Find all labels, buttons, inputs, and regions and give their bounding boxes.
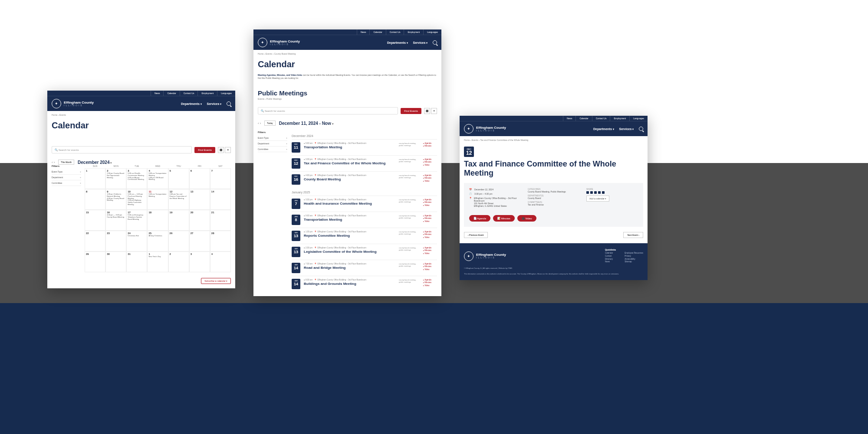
footer-link[interactable]: Employee Resources — [625, 252, 643, 255]
filter-department[interactable]: Department — [52, 175, 81, 180]
event-row[interactable]: JAN8● 9:00 am📍 Effingham County Office B… — [292, 212, 437, 228]
calendar-cell[interactable]: 29 — [85, 251, 105, 272]
calendar-cell[interactable]: 5 — [168, 168, 189, 189]
calendar-cell[interactable]: 22 — [85, 231, 105, 251]
agenda-button[interactable]: 📄 Agenda — [469, 215, 490, 222]
calendar-cell[interactable]: 14 — [210, 189, 231, 210]
facebook-icon[interactable] — [586, 191, 589, 194]
event-link-video[interactable]: Video — [423, 204, 437, 207]
search-input[interactable]: 🔍 Search for events — [258, 107, 398, 114]
event-link-video[interactable]: Video — [423, 252, 437, 255]
nav-news[interactable]: News — [151, 91, 164, 96]
next-month[interactable]: › — [54, 160, 55, 164]
event-link-video[interactable]: Video — [423, 268, 437, 271]
calendar-cell[interactable]: 39:00 am Sheriffs Commission Meeting9:00… — [126, 168, 147, 189]
today-button[interactable]: Today — [264, 121, 275, 126]
list-view-icon[interactable]: ≡ — [225, 147, 231, 153]
event-row[interactable]: JAN14● 8:30 am📍 Effingham County Office … — [292, 276, 437, 292]
calendar-cell[interactable]: 31 — [126, 251, 147, 272]
filter-committee[interactable]: Committee — [258, 147, 287, 152]
event-row[interactable]: DEC11● 9:00 am📍 Effingham County Office … — [292, 139, 437, 155]
prev-page[interactable]: ‹ — [258, 121, 259, 125]
calendar-cell[interactable]: 21 — [210, 210, 231, 231]
nav-departments[interactable]: Departments — [387, 41, 408, 44]
footer-link[interactable]: Accessibility — [625, 258, 643, 261]
event-title[interactable]: Reports Committee Meeting — [304, 234, 395, 238]
event-link-video[interactable]: Video — [423, 236, 437, 239]
footer-link[interactable]: Sitemap — [625, 261, 643, 264]
nav-contact[interactable]: Contact Us — [592, 116, 610, 121]
calendar-cell[interactable]: 6 — [189, 168, 210, 189]
calendar-cell[interactable]: 109:00 am — 5:00 pm Proof and Hearing Me… — [126, 189, 147, 210]
site-logo[interactable]: ✦ Effingham County ILLINOIS — [258, 38, 300, 47]
calendar-cell[interactable]: 49:00 am Transportation Meeting5:30 pm 7… — [147, 168, 168, 189]
twitter-icon[interactable] — [590, 191, 593, 194]
list-view-icon[interactable]: ≡ — [431, 108, 437, 114]
date-range-label[interactable]: December 11, 2024 - Now — [279, 121, 334, 126]
calendar-cell[interactable]: 30 — [105, 251, 126, 272]
event-row[interactable]: JAN14● 7:30 am📍 Effingham County Office … — [292, 260, 437, 276]
site-logo[interactable]: ✦ Effingham County ILLINOIS — [52, 99, 94, 108]
event-title[interactable]: County Board Meeting — [304, 177, 395, 181]
add-to-calendar-button[interactable]: Add to calendar ▾ — [586, 196, 609, 202]
next-page[interactable]: › — [260, 121, 261, 125]
event-title[interactable]: Transportation Meeting — [304, 218, 395, 222]
calendar-cell[interactable]: 24Christmas Eve — [126, 231, 147, 251]
prev-month[interactable]: ‹ — [52, 160, 53, 164]
search-icon[interactable] — [639, 127, 643, 131]
this-month-button[interactable]: This Month — [58, 160, 74, 165]
event-link-minutes[interactable]: Minutes — [423, 145, 437, 147]
event-title[interactable]: Transportation Meeting — [304, 145, 395, 149]
event-row[interactable]: JAN13● 1:30 pm📍 Effingham County Office … — [292, 228, 437, 244]
nav-employment[interactable]: Employment — [197, 91, 217, 96]
nav-services[interactable]: Services — [207, 102, 221, 105]
calendar-cell[interactable]: 119:00 am Transportation Meeting — [147, 189, 168, 210]
event-title[interactable]: Legislative Committee of the Whole Meeti… — [304, 250, 395, 254]
calendar-cell[interactable]: 179:00 am Emergency Telephone System Boa… — [126, 210, 147, 231]
calendar-cell[interactable]: 1New Year's Day — [147, 251, 168, 272]
nav-employment[interactable]: Employment — [404, 29, 423, 35]
nav-news[interactable]: News — [357, 29, 370, 35]
calendar-cell[interactable]: 28 — [210, 231, 231, 251]
find-events-button[interactable]: Find Events — [194, 147, 215, 153]
footer-link[interactable]: Directory — [605, 258, 616, 261]
nav-employment[interactable]: Employment — [610, 116, 629, 121]
site-logo[interactable]: ✦ Effingham County ILLINOIS — [464, 124, 506, 134]
nav-languages[interactable]: Languages — [423, 29, 441, 35]
calendar-cell[interactable]: 20 — [189, 210, 210, 231]
event-row[interactable]: DEC16● 4:00 pm📍 Effingham County Office … — [292, 171, 437, 187]
calendar-cell[interactable]: 15 — [85, 210, 105, 231]
nav-news[interactable]: News — [563, 116, 576, 121]
filter-department[interactable]: Department — [258, 141, 287, 147]
calendar-cell[interactable]: 19 — [168, 210, 189, 231]
search-icon[interactable] — [433, 40, 437, 45]
calendar-cell[interactable]: 26 — [168, 231, 189, 251]
calendar-cell[interactable]: 8 — [85, 189, 105, 210]
grid-view-icon[interactable]: ▦ — [424, 108, 430, 114]
nav-departments[interactable]: Departments — [593, 127, 614, 131]
calendar-cell[interactable]: 27 — [189, 231, 210, 251]
minutes-button[interactable]: 📝 Minutes — [493, 215, 515, 222]
nav-services[interactable]: Services — [619, 127, 634, 131]
calendar-cell[interactable]: 123:30 pm Tax and Finance Committee of t… — [168, 189, 189, 210]
video-button[interactable]: 🎥 Video — [517, 215, 536, 222]
nav-calendar[interactable]: Calendar — [163, 91, 179, 96]
subscribe-button[interactable]: Subscribe to calendar ▾ — [201, 278, 231, 284]
filter-committee[interactable]: Committee — [52, 180, 81, 186]
prev-event-button[interactable]: ‹ Previous Event — [464, 232, 488, 238]
event-link-video[interactable]: Video — [423, 164, 437, 166]
event-link-video[interactable]: Video — [423, 220, 437, 223]
calendar-cell[interactable]: 1 — [85, 168, 105, 189]
calendar-cell[interactable]: 164:00 pm — 9:00 pm County Board Meeting — [105, 210, 126, 231]
search-input[interactable]: 🔍 Search for events — [52, 146, 192, 153]
event-link-video[interactable]: Video — [423, 284, 437, 287]
nav-contact[interactable]: Contact Us — [386, 29, 404, 35]
month-label[interactable]: December 2024 — [78, 160, 112, 165]
email-icon[interactable] — [598, 191, 601, 194]
calendar-cell[interactable]: 91:00 pm Children's Network Meeting4:00 … — [105, 189, 126, 210]
event-row[interactable]: DEC12● 3:30 pm📍 Effingham County Office … — [292, 155, 437, 171]
nav-languages[interactable]: Languages — [629, 116, 648, 121]
event-title[interactable]: Buildings and Grounds Meeting — [304, 282, 395, 286]
find-events-button[interactable]: Find Events — [401, 108, 421, 114]
event-title[interactable]: Tax and Finance Committee of the Whole M… — [304, 161, 395, 165]
